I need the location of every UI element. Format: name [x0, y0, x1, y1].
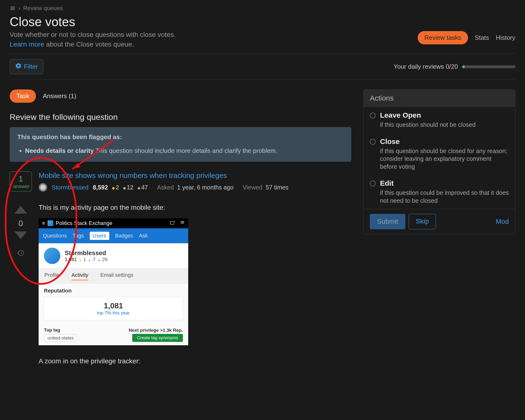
action-desc: if this question should not be closed — [380, 121, 476, 129]
flag-reason: Needs details or clarity This question s… — [25, 146, 344, 155]
ss-tab-profile: Profile — [44, 272, 59, 280]
svg-marker-4 — [14, 206, 27, 214]
svg-marker-5 — [14, 231, 27, 239]
embedded-screenshot: ≡ Politics Stack Exchange — [39, 218, 188, 345]
ss-stackexchange-icon — [180, 220, 185, 226]
filter-button[interactable]: Filter — [10, 59, 43, 74]
ss-nav-users: Users — [90, 232, 109, 240]
ss-nav-ask: Ask — [139, 233, 148, 239]
action-title: Edit — [380, 179, 509, 187]
radio-leave-open[interactable] — [370, 113, 376, 118]
svg-rect-2 — [10, 9, 15, 9]
answer-count-badge: 1 answer — [10, 171, 32, 192]
ss-tab-activity: Activity — [71, 272, 88, 280]
action-desc: if this question should be closed for an… — [380, 147, 509, 171]
breadcrumb-chevron: › — [18, 5, 20, 12]
actions-panel: Actions Leave Open if this question shou… — [363, 90, 515, 234]
ss-nav-badges: Badges — [115, 233, 133, 239]
learn-more-suffix: about the Close votes queue. — [44, 40, 134, 48]
action-edit[interactable]: Edit if this question could be improved … — [364, 175, 515, 209]
svg-marker-11 — [72, 163, 80, 169]
task-tab[interactable]: Task — [10, 90, 36, 103]
action-title: Close — [380, 137, 509, 146]
author-rep: 8,592 — [93, 184, 108, 191]
author-link[interactable]: Stormblessed — [52, 184, 89, 191]
question-body-p1: This is my activity page on the mobile s… — [39, 204, 351, 211]
instruction-heading: Review the following question — [10, 112, 351, 122]
action-leave-open[interactable]: Leave Open if this question should not b… — [364, 107, 515, 133]
daily-reviews-progress — [462, 65, 515, 68]
breadcrumb: › Review queues — [10, 5, 515, 12]
timeline-icon[interactable] — [17, 249, 25, 258]
breadcrumb-link[interactable]: Review queues — [23, 5, 63, 12]
svg-rect-7 — [181, 221, 184, 222]
upvote-button[interactable] — [14, 206, 27, 215]
ss-site-name: Politics Stack Exchange — [56, 220, 112, 226]
ss-profile-name: Stormblessed — [65, 249, 108, 257]
asked-meta: Asked 1 year, 6 months ago — [157, 184, 234, 191]
radio-edit[interactable] — [370, 181, 376, 186]
review-tasks-tab[interactable]: Review tasks — [418, 31, 468, 44]
ss-top-tag-label: Top tag — [44, 328, 77, 333]
page-subtitle: Vote whether or not to close questions w… — [10, 31, 176, 39]
svg-rect-1 — [10, 8, 15, 8]
downvote-button[interactable] — [14, 231, 27, 241]
vote-count: 0 — [19, 219, 23, 228]
answers-tab[interactable]: Answers (1) — [43, 92, 76, 100]
ss-next-priv-label: Next privilege >1.3k Rep. — [129, 328, 183, 333]
page-title: Close votes — [10, 14, 176, 29]
daily-reviews: Your daily reviews 0/20 — [394, 63, 515, 70]
ss-inbox-icon — [169, 220, 175, 226]
ss-hamburger-icon: ≡ — [42, 220, 45, 226]
svg-rect-3 — [10, 9, 15, 10]
gold-badge-count: 2 — [112, 184, 119, 191]
ss-tab-email: Email settings — [100, 272, 133, 280]
silver-badge-count: 12 — [123, 184, 133, 191]
submit-button[interactable]: Submit — [370, 214, 405, 229]
ss-priv-button: Create tag synonyms — [132, 334, 183, 342]
action-desc: if this question could be improved so th… — [380, 189, 509, 204]
stats-tab[interactable]: Stats — [475, 34, 489, 41]
ss-site-icon — [47, 220, 53, 226]
ss-nav-questions: Questions — [43, 233, 67, 239]
ss-reputation-value: 1,081 — [48, 301, 178, 310]
mod-button[interactable]: Mod — [496, 218, 509, 225]
radio-close[interactable] — [370, 139, 376, 145]
flag-box-title: This question has been flagged as: — [17, 133, 344, 141]
top-right-tabs: Review tasks Stats History — [418, 31, 515, 44]
gear-icon — [15, 63, 21, 71]
svg-rect-0 — [10, 7, 15, 7]
svg-rect-8 — [181, 222, 184, 223]
history-tab[interactable]: History — [496, 34, 515, 41]
filter-label: Filter — [24, 63, 38, 70]
author-avatar[interactable] — [39, 183, 47, 192]
bronze-badge-count: 47 — [138, 184, 148, 191]
action-close[interactable]: Close if this question should be closed … — [364, 133, 515, 175]
ss-avatar — [44, 248, 60, 264]
flag-box: This question has been flagged as: Needs… — [10, 127, 351, 162]
ss-top-percent: top 7% this year — [48, 310, 178, 316]
viewed-meta: Viewed 57 times — [243, 184, 289, 191]
ss-nav-tags: Tags — [73, 233, 84, 239]
question-body-p2: A zoom in on the privilege tracker: — [39, 357, 351, 365]
action-title: Leave Open — [380, 111, 476, 119]
actions-header: Actions — [364, 90, 515, 107]
ss-top-tag: united-states — [44, 334, 77, 342]
skip-button[interactable]: Skip — [409, 214, 436, 229]
ss-reputation-label: Reputation — [44, 288, 183, 294]
question-title-link[interactable]: Mobile site shows wrong numbers when tra… — [39, 171, 351, 180]
hamburger-icon[interactable] — [10, 5, 15, 11]
learn-more-link[interactable]: Learn more — [10, 40, 44, 48]
svg-rect-9 — [181, 223, 184, 223]
ss-profile-stats: 1,081 1 7 29 — [65, 257, 108, 262]
